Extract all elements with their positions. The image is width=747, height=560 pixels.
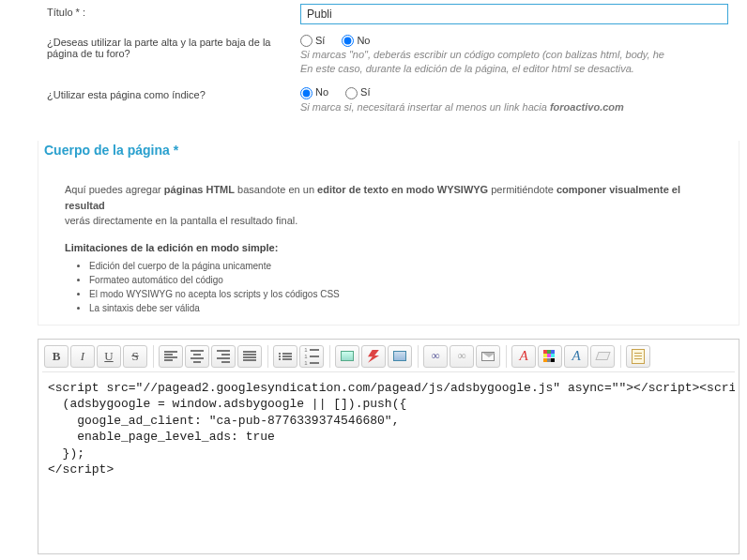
strike-button[interactable]: S: [123, 345, 147, 368]
wysiwyg-editor: B I U S ∞ ∞ A A: [38, 339, 739, 554]
page-icon: [632, 349, 645, 364]
insert-link-button[interactable]: ∞: [423, 345, 448, 368]
link-icon: ∞: [432, 349, 440, 363]
flash-icon: [368, 350, 379, 363]
radio-topbottom-no[interactable]: No: [342, 34, 370, 46]
editor-toolbar: B I U S ∞ ∞ A A: [42, 343, 735, 371]
align-right-button[interactable]: [211, 345, 236, 368]
radio-label-yes: Sí: [315, 35, 325, 46]
align-left-button[interactable]: [159, 345, 183, 368]
body-panel: Cuerpo de la página * Aquí puedes agrega…: [38, 141, 739, 325]
use-as-index-label: ¿Utilizar esta página como índice?: [47, 86, 300, 100]
italic-button[interactable]: I: [70, 345, 95, 368]
font-color-button[interactable]: A: [511, 345, 536, 368]
help-text-topbottom-1: Si marcas "no", deberás escribir un códi…: [300, 48, 728, 62]
bold-button[interactable]: B: [44, 345, 69, 368]
font-style-button[interactable]: A: [564, 345, 588, 368]
unordered-list-button[interactable]: [273, 345, 297, 368]
radio-label-no-2: No: [315, 86, 328, 98]
unlink-icon: ∞: [458, 349, 466, 363]
list-item: El modo WYSIWYG no acepta los scripts y …: [89, 287, 712, 301]
radio-label-yes-2: Sí: [360, 86, 370, 98]
radio-label-no: No: [357, 35, 370, 46]
media-icon: [393, 351, 406, 361]
title-label: Título * :: [47, 4, 300, 18]
use-top-bottom-label: ¿Deseas utilizar la parte alta y la part…: [47, 34, 300, 59]
intro-text: Aquí puedes agregar páginas HTML basando…: [65, 182, 712, 229]
help-text-index: Si marca si, necesitará insertar al meno…: [300, 100, 728, 114]
align-justify-button[interactable]: [237, 345, 262, 368]
remove-link-button[interactable]: ∞: [450, 345, 474, 368]
list-item: Formateo automático del código: [89, 273, 712, 287]
source-button[interactable]: [626, 345, 650, 368]
eraser-icon: [595, 352, 610, 360]
insert-email-button[interactable]: [476, 345, 500, 368]
remove-format-button[interactable]: [590, 345, 615, 368]
limitations-list: Edición del cuerpo de la página unicamen…: [65, 259, 712, 315]
underline-button[interactable]: U: [97, 345, 121, 368]
image-icon: [341, 351, 354, 361]
align-center-button[interactable]: [185, 345, 209, 368]
insert-flash-button[interactable]: [361, 345, 386, 368]
color-picker-button[interactable]: [538, 345, 562, 368]
radio-index-no[interactable]: No: [300, 86, 328, 98]
list-item: Edición del cuerpo de la página unicamen…: [89, 259, 712, 273]
ordered-list-button[interactable]: [299, 345, 324, 368]
radio-topbottom-yes[interactable]: Sí: [300, 34, 325, 46]
list-item: La sintaxis debe ser válida: [89, 301, 712, 315]
insert-image-button[interactable]: [335, 345, 359, 368]
code-textarea[interactable]: <script src="//pagead2.googlesyndication…: [42, 371, 735, 550]
palette-icon: [543, 350, 556, 363]
envelope-icon: [481, 352, 495, 361]
panel-title: Cuerpo de la página *: [38, 139, 739, 163]
insert-media-button[interactable]: [388, 345, 412, 368]
help-text-topbottom-2: En este caso, durante la edición de la p…: [300, 62, 728, 76]
limitations-title: Limitaciones de la edición en modo simpl…: [65, 242, 712, 253]
title-input[interactable]: [300, 4, 728, 24]
radio-index-yes[interactable]: Sí: [345, 86, 370, 98]
